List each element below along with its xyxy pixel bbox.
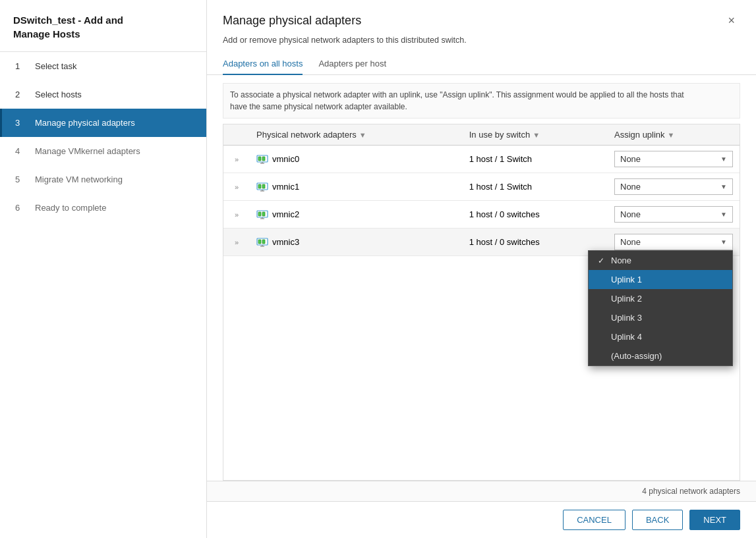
step-number-1: 1 bbox=[15, 61, 28, 71]
step-number-2: 2 bbox=[15, 90, 28, 99]
uplink-select-container-0: None▼ bbox=[614, 151, 733, 167]
dialog-subtitle: Add or remove physical network adapters … bbox=[207, 33, 756, 53]
col-inuse: In use by switch ▼ bbox=[463, 124, 608, 146]
dropdown-item-0[interactable]: ✓None bbox=[589, 251, 732, 270]
svg-rect-17 bbox=[262, 240, 265, 244]
step-label-3: Manage physical adapters bbox=[35, 118, 135, 128]
sidebar-step-2[interactable]: 2 Select hosts bbox=[0, 80, 206, 109]
expand-cell-0[interactable]: » bbox=[223, 146, 250, 173]
back-button[interactable]: BACK bbox=[632, 510, 683, 530]
chevron-down-icon: ▼ bbox=[720, 211, 727, 218]
dropdown-item-label-3: Uplink 3 bbox=[611, 313, 642, 323]
col-uplink: Assign uplink ▼ bbox=[608, 124, 740, 146]
dropdown-item-label-5: (Auto-assign) bbox=[611, 351, 662, 361]
step-label-4: Manage VMkernel adapters bbox=[35, 146, 140, 156]
adapter-cell-2: vmnic2 bbox=[250, 201, 463, 229]
step-number-6: 6 bbox=[15, 203, 28, 213]
uplink-select-container-2: None▼ bbox=[614, 206, 733, 223]
svg-rect-1 bbox=[258, 157, 261, 161]
adapters-table-container: Physical network adapters ▼ In use by sw… bbox=[223, 124, 740, 481]
sidebar-step-5: 5 Migrate VM networking bbox=[0, 165, 206, 194]
info-banner: To associate a physical network adapter … bbox=[223, 83, 740, 119]
adapter-name-2: vmnic2 bbox=[272, 209, 299, 219]
uplink-cell-1: None▼ bbox=[608, 173, 740, 201]
dropdown-item-1[interactable]: Uplink 1 bbox=[589, 270, 732, 289]
adapter-cell-3: vmnic3 bbox=[250, 229, 463, 256]
chevron-down-icon: ▼ bbox=[720, 183, 727, 190]
nic-icon-3 bbox=[256, 238, 268, 247]
adapter-name-1: vmnic1 bbox=[272, 182, 299, 192]
next-button[interactable]: NEXT bbox=[689, 510, 740, 530]
nic-icon-1 bbox=[256, 182, 268, 192]
tab-1[interactable]: Adapters per host bbox=[318, 53, 386, 75]
adapter-name-0: vmnic0 bbox=[272, 154, 299, 164]
table-body: » vmnic0 1 host / 1 SwitchNone▼» vmnic1 … bbox=[223, 146, 740, 256]
sidebar-title: DSwitch_test - Add and Manage Hosts bbox=[0, 0, 206, 52]
sidebar-step-1[interactable]: 1 Select task bbox=[0, 52, 206, 80]
adapter-cell-1: vmnic1 bbox=[250, 173, 463, 201]
expand-cell-3[interactable]: » bbox=[223, 229, 250, 256]
inuse-cell-2: 1 host / 0 switches bbox=[463, 201, 608, 229]
uplink-filter-icon[interactable]: ▼ bbox=[668, 131, 675, 139]
step-label-1: Select task bbox=[35, 61, 77, 71]
dropdown-item-label-0: None bbox=[611, 256, 631, 265]
uplink-select-btn-3[interactable]: None▼ bbox=[614, 234, 733, 250]
dropdown-item-label-1: Uplink 1 bbox=[611, 275, 642, 284]
dialog-header: Manage physical adapters × bbox=[207, 0, 756, 33]
chevron-down-icon: ▼ bbox=[720, 155, 727, 163]
uplink-dropdown-menu-3: ✓NoneUplink 1Uplink 2Uplink 3Uplink 4(Au… bbox=[588, 250, 733, 366]
sidebar-step-4: 4 Manage VMkernel adapters bbox=[0, 137, 206, 165]
svg-rect-16 bbox=[258, 240, 261, 244]
expand-cell-1[interactable]: » bbox=[223, 173, 250, 201]
svg-rect-12 bbox=[262, 212, 265, 216]
uplink-select-btn-0[interactable]: None▼ bbox=[614, 151, 733, 167]
nic-icon-2 bbox=[256, 210, 268, 219]
steps-list: 1 Select task 2 Select hosts 3 Manage ph… bbox=[0, 52, 206, 222]
step-label-2: Select hosts bbox=[35, 90, 82, 99]
inuse-cell-3: 1 host / 0 switches bbox=[463, 229, 608, 256]
uplink-select-btn-1[interactable]: None▼ bbox=[614, 178, 733, 195]
table-row: » vmnic0 1 host / 1 SwitchNone▼ bbox=[223, 146, 740, 173]
col-adapter-label: Physical network adapters bbox=[256, 130, 357, 140]
footer-count: 4 physical network adapters bbox=[207, 481, 756, 501]
sidebar-step-3[interactable]: 3 Manage physical adapters bbox=[0, 109, 206, 137]
dropdown-item-5[interactable]: (Auto-assign) bbox=[589, 346, 732, 365]
uplink-select-container-3: None▼✓NoneUplink 1Uplink 2Uplink 3Uplink… bbox=[614, 234, 733, 250]
expand-icon: » bbox=[235, 155, 239, 163]
inuse-cell-1: 1 host / 1 Switch bbox=[463, 173, 608, 201]
uplink-select-container-1: None▼ bbox=[614, 178, 733, 195]
step-number-4: 4 bbox=[15, 146, 28, 156]
svg-rect-7 bbox=[262, 184, 265, 188]
expand-icon: » bbox=[235, 211, 239, 219]
expand-icon: » bbox=[235, 238, 239, 246]
step-number-5: 5 bbox=[15, 175, 28, 184]
inuse-cell-0: 1 host / 1 Switch bbox=[463, 146, 608, 173]
expand-cell-2[interactable]: » bbox=[223, 201, 250, 229]
uplink-value-3: None bbox=[620, 237, 641, 247]
tabs-bar: Adapters on all hostsAdapters per host bbox=[207, 53, 756, 75]
uplink-select-btn-2[interactable]: None▼ bbox=[614, 206, 733, 223]
uplink-cell-2: None▼ bbox=[608, 201, 740, 229]
svg-rect-6 bbox=[258, 184, 261, 188]
uplink-value-1: None bbox=[620, 182, 641, 192]
table-row: » vmnic2 1 host / 0 switchesNone▼ bbox=[223, 201, 740, 229]
dropdown-item-3[interactable]: Uplink 3 bbox=[589, 308, 732, 327]
dropdown-item-4[interactable]: Uplink 4 bbox=[589, 327, 732, 346]
dropdown-item-label-2: Uplink 2 bbox=[611, 294, 642, 304]
step-label-5: Migrate VM networking bbox=[35, 175, 123, 184]
col-expand bbox=[223, 124, 250, 146]
cancel-button[interactable]: CANCEL bbox=[563, 510, 625, 530]
dropdown-item-label-4: Uplink 4 bbox=[611, 332, 642, 342]
adapter-filter-icon[interactable]: ▼ bbox=[359, 131, 366, 139]
dropdown-item-2[interactable]: Uplink 2 bbox=[589, 289, 732, 308]
adapters-table: Physical network adapters ▼ In use by sw… bbox=[223, 124, 740, 256]
sidebar: DSwitch_test - Add and Manage Hosts 1 Se… bbox=[0, 0, 207, 538]
col-uplink-label: Assign uplink bbox=[614, 130, 665, 140]
uplink-value-2: None bbox=[620, 209, 641, 219]
table-header-row: Physical network adapters ▼ In use by sw… bbox=[223, 124, 740, 146]
nic-icon-0 bbox=[256, 155, 268, 164]
tab-0[interactable]: Adapters on all hosts bbox=[223, 53, 303, 75]
inuse-filter-icon[interactable]: ▼ bbox=[533, 131, 540, 139]
close-button[interactable]: × bbox=[722, 12, 740, 29]
table-row: » vmnic3 1 host / 0 switchesNone▼✓NoneUp… bbox=[223, 229, 740, 256]
